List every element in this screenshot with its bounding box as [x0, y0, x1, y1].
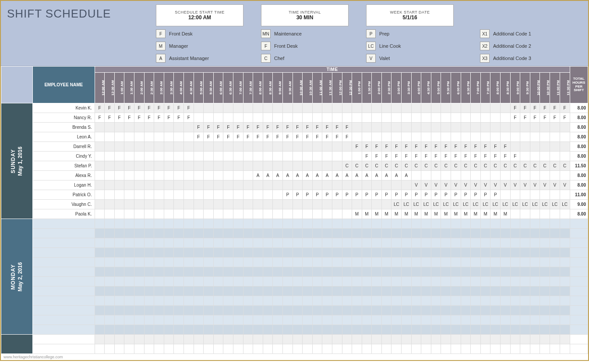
shift-cell[interactable]: [431, 132, 441, 142]
shift-cell[interactable]: [411, 325, 421, 335]
shift-cell[interactable]: [431, 335, 441, 344]
shift-cell[interactable]: [184, 286, 194, 296]
shift-cell[interactable]: [184, 123, 194, 132]
shift-cell[interactable]: [510, 190, 520, 200]
shift-cell[interactable]: [342, 286, 352, 296]
shift-cell[interactable]: [194, 267, 204, 277]
shift-cell[interactable]: [134, 344, 145, 354]
shift-cell[interactable]: [332, 200, 342, 209]
shift-cell[interactable]: [312, 200, 322, 209]
shift-cell[interactable]: [164, 248, 174, 258]
shift-cell[interactable]: [530, 286, 540, 296]
shift-cell[interactable]: [441, 123, 451, 132]
shift-cell[interactable]: [560, 248, 570, 258]
shift-cell[interactable]: [144, 306, 154, 315]
shift-cell[interactable]: [253, 258, 263, 267]
shift-cell[interactable]: P: [312, 190, 322, 200]
shift-cell[interactable]: [411, 103, 421, 113]
shift-cell[interactable]: [184, 248, 194, 258]
shift-cell[interactable]: [480, 325, 490, 335]
shift-cell[interactable]: [431, 267, 441, 277]
shift-cell[interactable]: [480, 344, 490, 354]
shift-cell[interactable]: [480, 103, 490, 113]
shift-cell[interactable]: [303, 267, 313, 277]
shift-cell[interactable]: [530, 344, 540, 354]
shift-cell[interactable]: [480, 171, 490, 180]
shift-cell[interactable]: [213, 161, 223, 171]
shift-cell[interactable]: [411, 171, 421, 180]
shift-cell[interactable]: [174, 277, 184, 286]
shift-cell[interactable]: [520, 296, 530, 306]
shift-cell[interactable]: [95, 152, 105, 161]
shift-cell[interactable]: A: [293, 171, 303, 180]
shift-cell[interactable]: C: [362, 161, 372, 171]
shift-cell[interactable]: F: [411, 152, 421, 161]
shift-cell[interactable]: [124, 344, 134, 354]
shift-cell[interactable]: [441, 229, 451, 238]
shift-cell[interactable]: [411, 306, 421, 315]
shift-cell[interactable]: [263, 267, 273, 277]
shift-cell[interactable]: [530, 209, 540, 219]
shift-cell[interactable]: [95, 344, 105, 354]
shift-cell[interactable]: [501, 325, 511, 335]
shift-cell[interactable]: [213, 296, 223, 306]
shift-cell[interactable]: [282, 248, 293, 258]
shift-cell[interactable]: [540, 152, 550, 161]
shift-cell[interactable]: F: [114, 113, 124, 123]
shift-cell[interactable]: [184, 171, 194, 180]
shift-cell[interactable]: F: [471, 142, 481, 152]
shift-cell[interactable]: [342, 306, 352, 315]
shift-cell[interactable]: [560, 123, 570, 132]
employee-name[interactable]: [32, 296, 95, 306]
shift-cell[interactable]: [381, 248, 391, 258]
shift-cell[interactable]: P: [342, 190, 352, 200]
shift-cell[interactable]: [312, 286, 322, 296]
shift-cell[interactable]: [322, 277, 332, 286]
shift-cell[interactable]: [490, 258, 501, 267]
shift-cell[interactable]: [184, 306, 194, 315]
shift-cell[interactable]: [381, 325, 391, 335]
shift-cell[interactable]: [332, 325, 342, 335]
shift-cell[interactable]: [184, 161, 194, 171]
shift-cell[interactable]: [124, 315, 134, 325]
shift-cell[interactable]: V: [560, 180, 570, 190]
shift-cell[interactable]: F: [530, 113, 540, 123]
shift-cell[interactable]: [124, 267, 134, 277]
shift-cell[interactable]: [372, 335, 382, 344]
shift-cell[interactable]: [105, 296, 115, 306]
shift-cell[interactable]: A: [253, 171, 263, 180]
shift-cell[interactable]: V: [421, 180, 431, 190]
shift-cell[interactable]: [223, 277, 233, 286]
shift-cell[interactable]: [530, 248, 540, 258]
shift-cell[interactable]: [342, 180, 352, 190]
shift-cell[interactable]: [372, 132, 382, 142]
shift-cell[interactable]: [391, 267, 402, 277]
shift-cell[interactable]: [322, 296, 332, 306]
shift-cell[interactable]: [243, 142, 253, 152]
shift-cell[interactable]: [332, 258, 342, 267]
shift-cell[interactable]: [391, 238, 402, 248]
shift-cell[interactable]: [204, 296, 214, 306]
shift-cell[interactable]: [421, 315, 431, 325]
shift-cell[interactable]: [372, 267, 382, 277]
shift-cell[interactable]: F: [194, 132, 204, 142]
shift-cell[interactable]: V: [451, 180, 461, 190]
shift-cell[interactable]: [253, 296, 263, 306]
shift-cell[interactable]: [134, 142, 145, 152]
shift-cell[interactable]: [164, 315, 174, 325]
shift-cell[interactable]: [451, 103, 461, 113]
shift-cell[interactable]: [391, 286, 402, 296]
shift-cell[interactable]: F: [223, 132, 233, 142]
shift-cell[interactable]: [282, 113, 293, 123]
shift-cell[interactable]: [352, 132, 362, 142]
shift-cell[interactable]: [490, 277, 501, 286]
shift-cell[interactable]: [282, 219, 293, 229]
shift-cell[interactable]: [501, 296, 511, 306]
shift-cell[interactable]: [402, 277, 412, 286]
shift-cell[interactable]: [184, 132, 194, 142]
shift-cell[interactable]: F: [194, 123, 204, 132]
shift-cell[interactable]: LC: [520, 200, 530, 209]
shift-cell[interactable]: [204, 161, 214, 171]
shift-cell[interactable]: [372, 286, 382, 296]
shift-cell[interactable]: V: [411, 180, 421, 190]
